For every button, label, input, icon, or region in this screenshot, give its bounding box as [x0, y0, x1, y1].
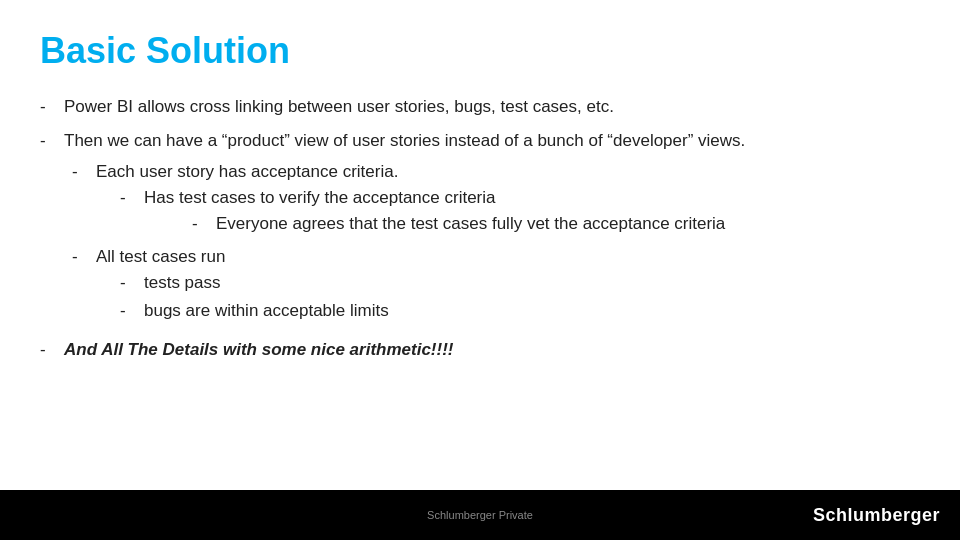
bullet-2: - Then we can have a “product” view of u…: [40, 128, 920, 328]
bullet-2-1-1: - Has test cases to verify the acceptanc…: [120, 185, 725, 240]
bullet-2-2: - All test cases run - tests pass -: [72, 244, 920, 327]
bullet-1: - Power BI allows cross linking between …: [40, 94, 920, 120]
bullet-2-content: Then we can have a “product” view of use…: [64, 128, 920, 328]
bullet-2-1-1-1: - Everyone agrees that the test cases fu…: [192, 211, 725, 237]
dash-2: -: [40, 128, 64, 154]
dash-3: -: [40, 337, 64, 363]
sub-list-2: - Each user story has acceptance criteri…: [72, 159, 920, 327]
dash-2-1-1: -: [120, 185, 144, 211]
dash-2-1: -: [72, 159, 96, 185]
slide-title: Basic Solution: [40, 30, 920, 72]
dash-2-2-1: -: [120, 270, 144, 296]
bullet-2-1-text: Each user story has acceptance criteria.: [96, 162, 398, 181]
bullet-2-2-1-text: tests pass: [144, 270, 221, 296]
dash-2-2-2: -: [120, 298, 144, 324]
bullet-3: - And All The Details with some nice ari…: [40, 337, 920, 363]
bullet-2-2-2-text: bugs are within acceptable limits: [144, 298, 389, 324]
content-area: - Power BI allows cross linking between …: [40, 94, 920, 363]
footer-center-text: Schlumberger Private: [427, 509, 533, 521]
bullet-2-1: - Each user story has acceptance criteri…: [72, 159, 920, 242]
bullet-2-1-1-content: Has test cases to verify the acceptance …: [144, 185, 725, 240]
dash-1: -: [40, 94, 64, 120]
bullet-2-text: Then we can have a “product” view of use…: [64, 131, 745, 150]
bullet-2-2-text: All test cases run: [96, 247, 225, 266]
footer: Schlumberger Private Schlumberger: [0, 490, 960, 540]
bullet-2-2-content: All test cases run - tests pass - bugs a…: [96, 244, 389, 327]
bullet-2-1-1-text: Has test cases to verify the acceptance …: [144, 188, 496, 207]
bullet-2-1-content: Each user story has acceptance criteria.…: [96, 159, 725, 242]
footer-logo: Schlumberger: [813, 505, 940, 526]
bullet-2-2-2: - bugs are within acceptable limits: [120, 298, 389, 324]
dash-2-1-1-1: -: [192, 211, 216, 237]
bullet-2-2-1: - tests pass: [120, 270, 389, 296]
dash-2-2: -: [72, 244, 96, 270]
bullet-2-1-1-1-text: Everyone agrees that the test cases full…: [216, 211, 725, 237]
bullet-1-text: Power BI allows cross linking between us…: [64, 94, 920, 120]
slide: Basic Solution - Power BI allows cross l…: [0, 0, 960, 540]
bullet-3-text: And All The Details with some nice arith…: [64, 337, 920, 363]
